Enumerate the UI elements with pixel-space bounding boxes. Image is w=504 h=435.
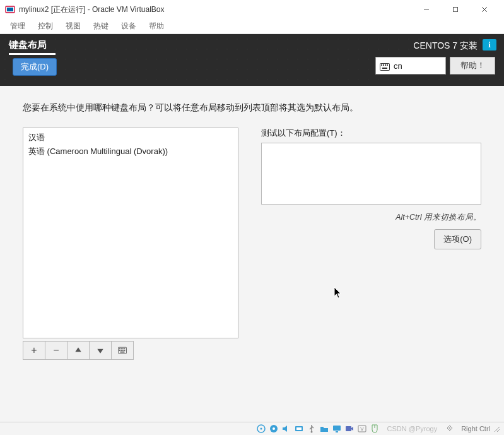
hostkey-label: Right Ctrl (461, 425, 490, 432)
layout-list[interactable]: 汉语 英语 (Cameroon Multilingual (Dvorak)) (23, 128, 238, 338)
virtualbox-icon (5, 4, 15, 15)
hostkey-icon (445, 424, 455, 434)
brand-label: CENTOS 7 安装 (413, 40, 478, 52)
test-input[interactable] (261, 143, 481, 205)
remove-layout-button[interactable]: − (45, 341, 67, 360)
svg-rect-21 (120, 352, 125, 353)
vb-window-title: mylinux2 [正在运行] - Oracle VM VirtualBox (19, 4, 412, 15)
svg-rect-7 (381, 64, 382, 66)
switch-hint: Alt+Ctrl 用来切换布局。 (261, 212, 481, 223)
svg-rect-13 (119, 349, 120, 350)
svg-rect-11 (382, 68, 387, 69)
page-title: 键盘布局 (9, 39, 47, 51)
vb-menu-help[interactable]: 帮助 (143, 19, 170, 33)
move-up-button[interactable] (67, 341, 90, 360)
vb-menu-hotkeys[interactable]: 热键 (87, 19, 115, 33)
layout-item[interactable]: 英语 (Cameroon Multilingual (Dvorak)) (25, 145, 237, 158)
svg-rect-9 (385, 64, 386, 66)
anaconda-header: 键盘布局 完成(D) CENTOS 7 安装 i cn 帮助！ (0, 34, 504, 86)
content-area: 您要在系统中使用哪种键盘布局？可以将任意布局移动到列表顶部将其选为默认布局。 汉… (0, 86, 504, 422)
svg-rect-31 (346, 426, 351, 431)
vb-menubar: 管理 控制 视图 热键 设备 帮助 (0, 19, 504, 34)
move-down-button[interactable] (89, 341, 112, 360)
minimize-button[interactable] (412, 0, 441, 19)
svg-rect-10 (387, 64, 388, 66)
vb-menu-manage[interactable]: 管理 (4, 19, 32, 33)
keyboard-indicator[interactable]: cn (375, 57, 446, 74)
svg-point-28 (310, 431, 312, 433)
svg-rect-30 (336, 431, 338, 432)
watermark-text: CSDN @Pyrogy (387, 425, 438, 432)
svg-text:V: V (360, 426, 364, 432)
svg-rect-27 (296, 427, 302, 430)
svg-point-25 (273, 427, 275, 430)
svg-rect-16 (124, 349, 126, 350)
done-button[interactable]: 完成(D) (13, 58, 57, 76)
test-label: 测试以下布局配置(T)： (261, 128, 481, 139)
svg-rect-29 (333, 426, 341, 431)
svg-rect-3 (454, 8, 458, 12)
svg-rect-8 (383, 64, 384, 66)
guest-additions-icon[interactable]: V (357, 424, 367, 434)
resize-grip-icon[interactable] (493, 425, 500, 432)
svg-rect-17 (119, 350, 120, 351)
close-button[interactable] (470, 0, 499, 19)
svg-rect-19 (122, 350, 124, 351)
shared-folder-icon[interactable] (319, 424, 329, 434)
hdd-icon[interactable] (256, 424, 266, 434)
usb-icon[interactable] (307, 424, 317, 434)
add-layout-button[interactable]: + (23, 341, 45, 360)
vb-titlebar: mylinux2 [正在运行] - Oracle VM VirtualBox (0, 0, 504, 19)
help-button[interactable]: 帮助！ (450, 57, 495, 74)
network-icon[interactable] (294, 424, 304, 434)
layout-toolbar: + − (23, 341, 238, 360)
vb-statusbar: V CSDN @Pyrogy Right Ctrl (0, 422, 504, 435)
vb-menu-control[interactable]: 控制 (32, 19, 59, 33)
preview-layout-button[interactable] (111, 341, 134, 360)
vb-menu-view[interactable]: 视图 (59, 19, 87, 33)
svg-rect-18 (120, 350, 122, 351)
info-icon[interactable]: i (483, 39, 496, 51)
layout-item[interactable]: 汉语 (25, 131, 237, 145)
svg-rect-14 (120, 349, 122, 350)
guest-screen: 键盘布局 完成(D) CENTOS 7 安装 i cn 帮助！ 您要在系统中使用… (0, 34, 504, 422)
vb-menu-devices[interactable]: 设备 (115, 19, 143, 33)
display-icon[interactable] (332, 424, 342, 434)
svg-rect-20 (124, 350, 126, 351)
keyboard-lang-code: cn (394, 61, 402, 71)
keyboard-icon (380, 62, 390, 69)
svg-rect-1 (7, 8, 13, 11)
mouse-integration-icon[interactable] (370, 424, 380, 434)
prompt-text: 您要在系统中使用哪种键盘布局？可以将任意布局移动到列表顶部将其选为默认布局。 (23, 102, 481, 114)
recording-icon[interactable] (344, 424, 355, 434)
svg-rect-15 (122, 349, 124, 350)
options-button[interactable]: 选项(O) (434, 229, 481, 249)
svg-point-23 (260, 428, 262, 430)
audio-icon[interactable] (281, 424, 291, 434)
maximize-button[interactable] (441, 0, 470, 19)
optical-icon[interactable] (269, 424, 279, 434)
page-title-underline (9, 53, 56, 55)
